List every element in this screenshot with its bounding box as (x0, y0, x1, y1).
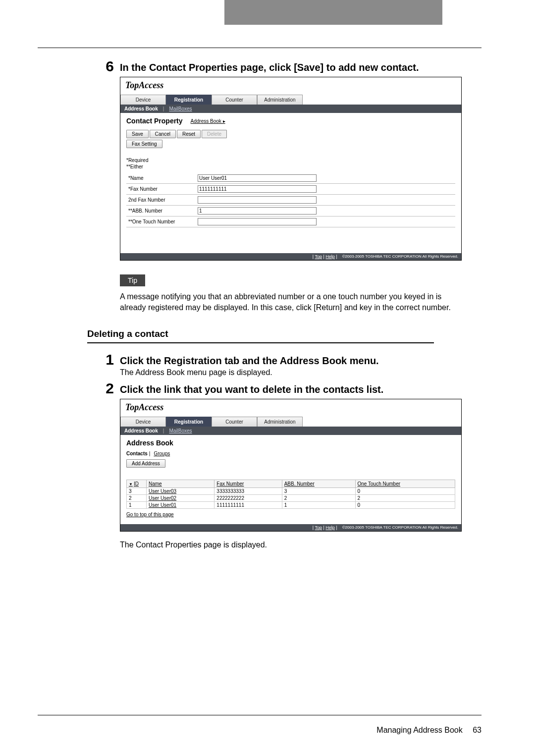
cancel-button[interactable]: Cancel (150, 130, 176, 138)
breadcrumb-address-book[interactable]: Address Book ▸ (191, 118, 225, 124)
tab-registration-2[interactable]: Registration (166, 417, 212, 427)
address-book-heading: Address Book (126, 439, 455, 447)
legend-either: **Either (126, 163, 455, 170)
col-onetouch[interactable]: One Touch Number (355, 480, 455, 487)
fax-setting-button[interactable]: Fax Setting (126, 140, 162, 148)
tip-text: A message notifying you that an abbrevia… (120, 291, 462, 314)
screenshot-contact-property: TopAccess Device Registration Counter Ad… (120, 77, 462, 261)
footer-section: Managing Address Book (376, 726, 462, 734)
sort-desc-icon: ▼ (129, 482, 133, 486)
footer-copyright: ©2003-2005 TOSHIBA TEC CORPORATION All R… (342, 254, 458, 259)
footer-help-link-2[interactable]: Help (325, 525, 335, 530)
contact-link[interactable]: User User03 (149, 488, 176, 494)
contact-link[interactable]: User User02 (149, 495, 176, 501)
tab-device[interactable]: Device (120, 95, 166, 105)
delete-button: Delete (202, 130, 227, 138)
subnav-mailboxes[interactable]: MailBoxes (169, 106, 192, 111)
step-6-title: In the Contact Properties page, click [S… (120, 59, 419, 74)
label-name: *Name (126, 173, 196, 184)
tab-registration[interactable]: Registration (166, 95, 212, 105)
contact-link[interactable]: User User01 (149, 502, 176, 508)
subnav-address-book[interactable]: Address Book (124, 106, 158, 111)
footer-top-link-2[interactable]: Top (315, 525, 322, 530)
contact-property-heading: Contact Property (126, 117, 183, 125)
input-fax[interactable] (198, 185, 317, 193)
label-onetouch: **One Touch Number (126, 216, 196, 227)
step-2-number: 2 (97, 381, 114, 396)
reset-button[interactable]: Reset (177, 130, 201, 138)
footer-help-link[interactable]: Help (325, 254, 335, 259)
tab-administration-2[interactable]: Administration (257, 417, 303, 427)
tip-label: Tip (120, 274, 145, 286)
tab-counter-2[interactable]: Counter (212, 417, 257, 427)
tab-device-2[interactable]: Device (120, 417, 166, 427)
footer-page-number: 63 (473, 726, 482, 734)
step-2-title: Click the link that you want to delete i… (120, 381, 383, 396)
groups-tab[interactable]: Groups (154, 451, 170, 456)
footer-copyright-2: ©2003-2005 TOSHIBA TEC CORPORATION All R… (342, 525, 458, 530)
input-fax2[interactable] (198, 196, 317, 204)
input-abb[interactable] (198, 207, 317, 215)
contacts-tab[interactable]: Contacts (126, 451, 148, 456)
input-onetouch[interactable] (198, 218, 317, 225)
table-row: 1 User User01 1111111111 1 0 (127, 501, 455, 508)
tab-counter[interactable]: Counter (212, 95, 257, 105)
section-deleting-contact: Deleting a contact (87, 328, 434, 343)
col-abb[interactable]: ABB. Number (282, 480, 355, 487)
tab-administration[interactable]: Administration (257, 95, 303, 105)
legend-required: *Required (126, 157, 455, 163)
after-shot2-text: The Contact Properties page is displayed… (120, 540, 482, 549)
go-to-top-link[interactable]: Go to top of this page (126, 512, 174, 517)
step-1-number: 1 (97, 352, 114, 367)
topaccess-logo: TopAccess (120, 77, 461, 95)
step-6-number: 6 (97, 59, 114, 74)
subnav-address-book-2[interactable]: Address Book (124, 428, 158, 433)
table-row: 2 User User02 2222222222 2 2 (127, 494, 455, 501)
step-1-title: Click the Registration tab and the Addre… (120, 352, 379, 367)
add-address-button[interactable]: Add Address (126, 459, 165, 468)
step-1-sub: The Address Book menu page is displayed. (120, 368, 379, 377)
table-row: 3 User User03 3333333333 3 0 (127, 487, 455, 494)
screenshot-address-book-list: TopAccess Device Registration Counter Ad… (120, 399, 462, 532)
subnav-mailboxes-2[interactable]: MailBoxes (169, 428, 192, 433)
input-name[interactable] (198, 174, 317, 182)
label-abb: **ABB. Number (126, 206, 196, 216)
label-fax2: 2nd Fax Number (126, 195, 196, 206)
col-id[interactable]: ▼ID (127, 480, 147, 487)
topaccess-logo-2: TopAccess (120, 399, 461, 417)
label-fax: *Fax Number (126, 184, 196, 195)
footer-top-link[interactable]: Top (315, 254, 322, 259)
save-button[interactable]: Save (126, 130, 149, 138)
col-name[interactable]: Name (147, 480, 214, 487)
col-fax[interactable]: Fax Number (214, 480, 282, 487)
